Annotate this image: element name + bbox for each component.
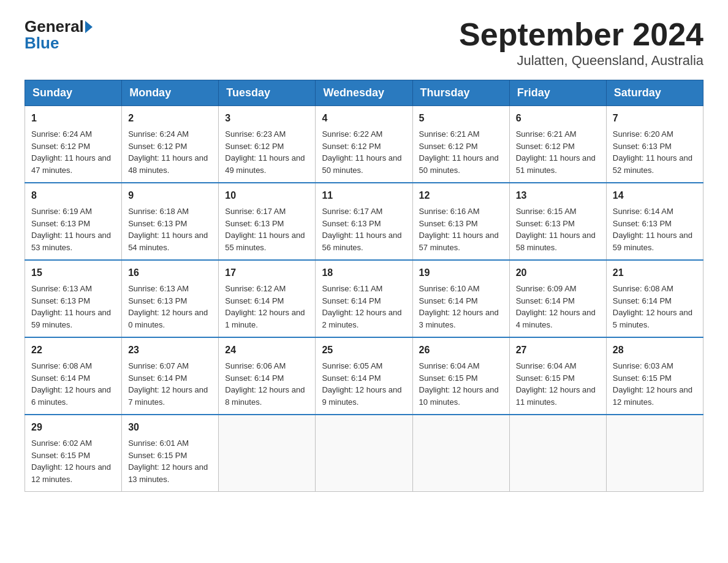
day-number: 21 [613, 266, 697, 280]
day-info: Sunrise: 6:24 AMSunset: 6:12 PMDaylight:… [31, 128, 115, 176]
page-header: General Blue September 2024 Julatten, Qu… [25, 18, 703, 69]
calendar-cell: 20Sunrise: 6:09 AMSunset: 6:14 PMDayligh… [509, 260, 606, 337]
calendar-week-row: 29Sunrise: 6:02 AMSunset: 6:15 PMDayligh… [25, 415, 703, 492]
calendar-cell [509, 415, 606, 492]
calendar-cell: 29Sunrise: 6:02 AMSunset: 6:15 PMDayligh… [25, 415, 122, 492]
day-info: Sunrise: 6:18 AMSunset: 6:13 PMDaylight:… [128, 205, 212, 253]
calendar-cell: 21Sunrise: 6:08 AMSunset: 6:14 PMDayligh… [606, 260, 703, 337]
calendar-cell: 6Sunrise: 6:21 AMSunset: 6:12 PMDaylight… [509, 106, 606, 183]
calendar-cell: 26Sunrise: 6:04 AMSunset: 6:15 PMDayligh… [412, 337, 509, 415]
day-number: 15 [31, 266, 115, 280]
day-info: Sunrise: 6:13 AMSunset: 6:13 PMDaylight:… [31, 283, 115, 331]
day-number: 3 [225, 111, 309, 126]
day-number: 7 [613, 111, 697, 126]
day-info: Sunrise: 6:04 AMSunset: 6:15 PMDaylight:… [516, 360, 600, 408]
calendar-table: SundayMondayTuesdayWednesdayThursdayFrid… [25, 80, 703, 492]
calendar-cell: 4Sunrise: 6:22 AMSunset: 6:12 PMDaylight… [316, 106, 412, 183]
calendar-cell [412, 415, 509, 492]
day-info: Sunrise: 6:10 AMSunset: 6:14 PMDaylight:… [419, 283, 503, 331]
day-info: Sunrise: 6:11 AMSunset: 6:14 PMDaylight:… [322, 283, 406, 331]
calendar-cell: 11Sunrise: 6:17 AMSunset: 6:13 PMDayligh… [316, 183, 412, 260]
day-number: 29 [31, 420, 115, 435]
day-number: 14 [613, 188, 697, 203]
calendar-cell: 9Sunrise: 6:18 AMSunset: 6:13 PMDaylight… [122, 183, 219, 260]
day-number: 10 [225, 188, 309, 203]
day-info: Sunrise: 6:21 AMSunset: 6:12 PMDaylight:… [516, 128, 600, 176]
weekday-header-saturday: Saturday [606, 80, 703, 106]
calendar-cell: 15Sunrise: 6:13 AMSunset: 6:13 PMDayligh… [25, 260, 122, 337]
calendar-week-row: 1Sunrise: 6:24 AMSunset: 6:12 PMDaylight… [25, 106, 703, 183]
day-info: Sunrise: 6:23 AMSunset: 6:12 PMDaylight:… [225, 128, 309, 176]
day-info: Sunrise: 6:17 AMSunset: 6:13 PMDaylight:… [225, 205, 309, 253]
day-number: 11 [322, 188, 406, 203]
day-info: Sunrise: 6:14 AMSunset: 6:13 PMDaylight:… [613, 205, 697, 253]
day-number: 23 [128, 343, 212, 358]
calendar-cell: 8Sunrise: 6:19 AMSunset: 6:13 PMDaylight… [25, 183, 122, 260]
day-number: 28 [613, 343, 697, 358]
day-number: 4 [322, 111, 406, 126]
day-info: Sunrise: 6:02 AMSunset: 6:15 PMDaylight:… [31, 437, 115, 485]
weekday-header-sunday: Sunday [25, 80, 122, 106]
day-number: 1 [31, 111, 115, 126]
calendar-cell: 10Sunrise: 6:17 AMSunset: 6:13 PMDayligh… [219, 183, 316, 260]
calendar-week-row: 8Sunrise: 6:19 AMSunset: 6:13 PMDaylight… [25, 183, 703, 260]
day-number: 17 [225, 266, 309, 280]
day-info: Sunrise: 6:06 AMSunset: 6:14 PMDaylight:… [225, 360, 309, 408]
day-info: Sunrise: 6:19 AMSunset: 6:13 PMDaylight:… [31, 205, 115, 253]
logo-arrow-icon [85, 21, 93, 33]
day-info: Sunrise: 6:21 AMSunset: 6:12 PMDaylight:… [419, 128, 503, 176]
title-block: September 2024 Julatten, Queensland, Aus… [459, 18, 703, 69]
day-info: Sunrise: 6:15 AMSunset: 6:13 PMDaylight:… [516, 205, 600, 253]
calendar-cell: 22Sunrise: 6:08 AMSunset: 6:14 PMDayligh… [25, 337, 122, 415]
calendar-cell: 17Sunrise: 6:12 AMSunset: 6:14 PMDayligh… [219, 260, 316, 337]
day-number: 25 [322, 343, 406, 358]
calendar-cell: 2Sunrise: 6:24 AMSunset: 6:12 PMDaylight… [122, 106, 219, 183]
day-info: Sunrise: 6:07 AMSunset: 6:14 PMDaylight:… [128, 360, 212, 408]
calendar-cell: 18Sunrise: 6:11 AMSunset: 6:14 PMDayligh… [316, 260, 412, 337]
calendar-cell: 12Sunrise: 6:16 AMSunset: 6:13 PMDayligh… [412, 183, 509, 260]
day-number: 27 [516, 343, 600, 358]
calendar-cell: 3Sunrise: 6:23 AMSunset: 6:12 PMDaylight… [219, 106, 316, 183]
calendar-cell: 23Sunrise: 6:07 AMSunset: 6:14 PMDayligh… [122, 337, 219, 415]
day-number: 8 [31, 188, 115, 203]
logo-blue: Blue [25, 34, 93, 52]
day-info: Sunrise: 6:20 AMSunset: 6:13 PMDaylight:… [613, 128, 697, 176]
calendar-cell: 13Sunrise: 6:15 AMSunset: 6:13 PMDayligh… [509, 183, 606, 260]
day-info: Sunrise: 6:09 AMSunset: 6:14 PMDaylight:… [516, 283, 600, 331]
calendar-cell: 7Sunrise: 6:20 AMSunset: 6:13 PMDaylight… [606, 106, 703, 183]
day-number: 30 [128, 420, 212, 435]
day-number: 5 [419, 111, 503, 126]
logo-general: General [25, 18, 84, 34]
month-title: September 2024 [459, 18, 703, 50]
calendar-cell: 1Sunrise: 6:24 AMSunset: 6:12 PMDaylight… [25, 106, 122, 183]
day-info: Sunrise: 6:12 AMSunset: 6:14 PMDaylight:… [225, 283, 309, 331]
day-number: 20 [516, 266, 600, 280]
day-info: Sunrise: 6:17 AMSunset: 6:13 PMDaylight:… [322, 205, 406, 253]
calendar-week-row: 22Sunrise: 6:08 AMSunset: 6:14 PMDayligh… [25, 337, 703, 415]
day-number: 24 [225, 343, 309, 358]
weekday-header-monday: Monday [122, 80, 219, 106]
day-number: 2 [128, 111, 212, 126]
calendar-cell: 19Sunrise: 6:10 AMSunset: 6:14 PMDayligh… [412, 260, 509, 337]
day-number: 19 [419, 266, 503, 280]
weekday-header-wednesday: Wednesday [316, 80, 412, 106]
day-number: 18 [322, 266, 406, 280]
day-info: Sunrise: 6:22 AMSunset: 6:12 PMDaylight:… [322, 128, 406, 176]
day-info: Sunrise: 6:13 AMSunset: 6:13 PMDaylight:… [128, 283, 212, 331]
day-number: 12 [419, 188, 503, 203]
calendar-cell: 24Sunrise: 6:06 AMSunset: 6:14 PMDayligh… [219, 337, 316, 415]
calendar-cell [219, 415, 316, 492]
calendar-cell: 27Sunrise: 6:04 AMSunset: 6:15 PMDayligh… [509, 337, 606, 415]
day-info: Sunrise: 6:05 AMSunset: 6:14 PMDaylight:… [322, 360, 406, 408]
calendar-cell: 16Sunrise: 6:13 AMSunset: 6:13 PMDayligh… [122, 260, 219, 337]
day-info: Sunrise: 6:03 AMSunset: 6:15 PMDaylight:… [613, 360, 697, 408]
day-number: 22 [31, 343, 115, 358]
weekday-header-thursday: Thursday [412, 80, 509, 106]
calendar-cell: 5Sunrise: 6:21 AMSunset: 6:12 PMDaylight… [412, 106, 509, 183]
calendar-cell: 28Sunrise: 6:03 AMSunset: 6:15 PMDayligh… [606, 337, 703, 415]
weekday-header-friday: Friday [509, 80, 606, 106]
day-info: Sunrise: 6:04 AMSunset: 6:15 PMDaylight:… [419, 360, 503, 408]
day-info: Sunrise: 6:08 AMSunset: 6:14 PMDaylight:… [31, 360, 115, 408]
weekday-header-tuesday: Tuesday [219, 80, 316, 106]
calendar-week-row: 15Sunrise: 6:13 AMSunset: 6:13 PMDayligh… [25, 260, 703, 337]
